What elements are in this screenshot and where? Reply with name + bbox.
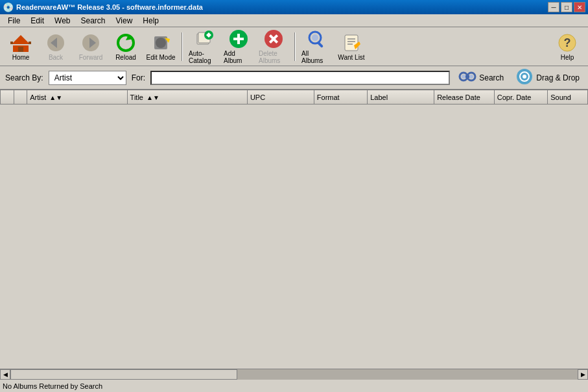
auto-catalog-label: Auto-Catalog — [189, 50, 218, 64]
all-albums-label: All Albums — [301, 50, 331, 64]
search-button-area[interactable]: Search — [455, 66, 507, 90]
drag-drop-label: Drag & Drop — [536, 73, 580, 82]
menu-item-help[interactable]: Help — [137, 15, 164, 27]
edit-mode-icon — [150, 32, 171, 53]
data-table: Artist ▲▼ Title ▲▼ UPC Format Label Rele… — [0, 90, 588, 104]
menu-item-edit[interactable]: Edit — [25, 15, 49, 27]
menu-item-file[interactable]: File — [3, 15, 25, 27]
minimize-button[interactable]: ─ — [548, 2, 559, 12]
forward-label: Forward — [79, 54, 103, 61]
svg-marker-1 — [12, 35, 30, 44]
home-label: Home — [12, 54, 30, 61]
col-header-num[interactable] — [1, 90, 14, 104]
status-bar: No Albums Returned by Search — [0, 379, 588, 392]
all-albums-button[interactable]: All Albums — [300, 30, 333, 64]
app-icon: 💿 — [3, 2, 14, 12]
svg-point-27 — [312, 34, 318, 41]
col-header-release[interactable]: Release Date — [434, 90, 495, 104]
want-list-label: Want List — [338, 54, 364, 61]
for-input[interactable] — [150, 71, 450, 85]
horizontal-scrollbar[interactable]: ◀ ▶ — [0, 369, 588, 379]
help-button[interactable]: ? Help — [550, 30, 584, 64]
all-albums-icon — [306, 29, 327, 49]
col-header-upc[interactable]: UPC — [247, 90, 314, 104]
col-header-sound[interactable]: Sound — [548, 90, 588, 104]
svg-rect-3 — [10, 42, 13, 44]
search-by-select[interactable]: ArtistTitleUPCFormatLabelRelease Date — [49, 71, 126, 85]
reload-label: Reload — [115, 54, 136, 61]
svg-point-38 — [462, 75, 465, 79]
svg-point-39 — [469, 75, 473, 79]
title-bar-left: 💿 ReaderwareAW™ Release 3.05 - software.… — [3, 2, 203, 12]
help-icon: ? — [557, 32, 578, 53]
scroll-right-button[interactable]: ▶ — [578, 369, 588, 380]
title-bar: 💿 ReaderwareAW™ Release 3.05 - software.… — [0, 0, 588, 14]
scroll-track[interactable] — [10, 369, 578, 380]
menu-item-search[interactable]: Search — [76, 15, 111, 27]
close-button[interactable]: ✕ — [574, 2, 585, 12]
search-bar: Search By: ArtistTitleUPCFormatLabelRele… — [0, 66, 588, 90]
col-header-artist[interactable]: Artist ▲▼ — [27, 90, 127, 104]
delete-albums-icon — [263, 29, 284, 49]
svg-point-12 — [156, 38, 166, 48]
edit-mode-label: Edit Mode — [146, 54, 175, 61]
title-controls: ─ □ ✕ — [548, 2, 585, 12]
help-area: ? Help — [550, 30, 584, 64]
reload-button[interactable]: Reload — [109, 30, 143, 64]
col-header-label[interactable]: Label — [368, 90, 434, 104]
title-sort-icon: ▲▼ — [147, 94, 159, 101]
delete-albums-label: Delete Albums — [259, 50, 288, 64]
search-by-label: Search By: — [5, 73, 43, 82]
maximize-button[interactable]: □ — [561, 2, 572, 12]
menu-bar: FileEditWebSearchViewHelp — [0, 14, 588, 27]
back-button[interactable]: Back — [39, 30, 73, 64]
search-label: Search — [479, 73, 504, 82]
want-list-icon — [341, 32, 362, 53]
toolbar: Home Back Forward Reload — [0, 27, 588, 66]
col-header-flag[interactable] — [14, 90, 27, 104]
scroll-left-button[interactable]: ◀ — [0, 369, 10, 380]
col-header-format[interactable]: Format — [314, 90, 367, 104]
col-header-copr[interactable]: Copr. Date — [494, 90, 547, 104]
for-label: For: — [132, 73, 145, 82]
home-button[interactable]: Home — [4, 30, 38, 64]
svg-rect-26 — [317, 42, 323, 48]
separator-1 — [182, 32, 183, 61]
drag-drop-area[interactable]: Drag & Drop — [512, 66, 583, 90]
back-label: Back — [49, 54, 63, 61]
auto-catalog-icon — [193, 29, 214, 49]
binoculars-icon — [458, 67, 476, 88]
title-text: ReaderwareAW™ Release 3.05 - software.in… — [16, 3, 203, 11]
menu-item-view[interactable]: View — [111, 15, 138, 27]
reload-icon — [115, 32, 136, 53]
table-wrapper: Artist ▲▼ Title ▲▼ UPC Format Label Rele… — [0, 90, 588, 369]
home-icon — [10, 32, 31, 53]
help-label: Help — [561, 54, 574, 61]
svg-point-42 — [523, 75, 526, 79]
svg-text:?: ? — [564, 36, 571, 49]
add-album-label: Add Album — [224, 50, 253, 64]
delete-albums-button[interactable]: Delete Albums — [257, 30, 290, 64]
svg-rect-21 — [233, 38, 244, 40]
auto-catalog-button[interactable]: Auto-Catalog — [187, 30, 220, 64]
svg-rect-37 — [465, 75, 469, 78]
forward-icon — [80, 32, 101, 53]
artist-sort-icon: ▲▼ — [49, 94, 62, 101]
want-list-button[interactable]: Want List — [335, 30, 368, 64]
separator-2 — [294, 32, 296, 61]
svg-rect-4 — [29, 42, 31, 44]
menu-item-web[interactable]: Web — [49, 15, 75, 27]
col-header-title[interactable]: Title ▲▼ — [127, 90, 247, 104]
svg-rect-2 — [18, 47, 23, 52]
back-icon — [45, 32, 66, 53]
drag-drop-icon — [515, 67, 534, 88]
forward-button[interactable]: Forward — [74, 30, 108, 64]
add-album-button[interactable]: Add Album — [222, 30, 255, 64]
scroll-thumb[interactable] — [10, 369, 237, 380]
edit-mode-button[interactable]: Edit Mode — [144, 30, 178, 64]
status-text: No Albums Returned by Search — [3, 382, 102, 390]
add-album-icon — [228, 29, 249, 49]
